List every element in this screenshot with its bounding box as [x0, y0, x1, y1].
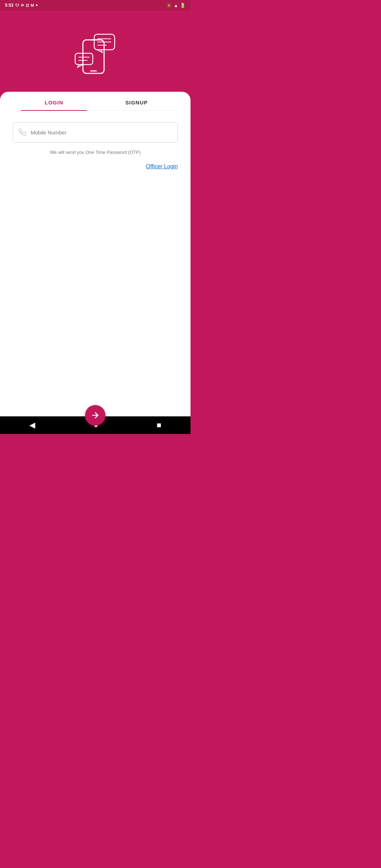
refresh-icon: ⟳: [21, 3, 24, 8]
battery-icon: 🔋: [180, 3, 186, 8]
officer-login-wrap: Officer Login: [13, 163, 178, 170]
gmail-icon: M: [31, 3, 34, 7]
tab-signup[interactable]: SIGNUP: [95, 92, 178, 110]
recents-button[interactable]: ■: [157, 421, 161, 430]
status-bar: 5:53 🛡 ⟳ ⊡ M • 🔕 ▲ 🔋: [0, 0, 190, 11]
shield-icon: 🛡: [15, 3, 19, 7]
tab-bar: LOGIN SIGNUP: [13, 92, 178, 111]
image-icon: ⊡: [26, 3, 29, 8]
login-card: LOGIN SIGNUP We will send you One Time P…: [0, 92, 190, 416]
mobile-input-wrap: [13, 122, 178, 143]
back-button[interactable]: ◀: [29, 421, 35, 430]
hero-section: [0, 11, 190, 92]
phone-icon: [19, 128, 26, 136]
otp-hint-text: We will send you One Time Password (OTP): [13, 150, 178, 155]
officer-login-link[interactable]: Officer Login: [146, 163, 178, 169]
next-fab-button[interactable]: [85, 405, 105, 426]
arrow-right-icon: [91, 411, 100, 420]
status-right: 🔕 ▲ 🔋: [166, 3, 186, 8]
tab-login[interactable]: LOGIN: [13, 92, 95, 110]
bell-mute-icon: 🔕: [166, 3, 172, 8]
app-illustration: [72, 29, 118, 80]
svg-rect-3: [75, 53, 93, 65]
status-left: 5:53 🛡 ⟳ ⊡ M •: [5, 2, 38, 8]
dot-indicator: •: [36, 2, 38, 8]
time-display: 5:53: [5, 3, 13, 8]
wifi-icon: ▲: [174, 3, 178, 8]
mobile-number-input[interactable]: [31, 129, 172, 135]
